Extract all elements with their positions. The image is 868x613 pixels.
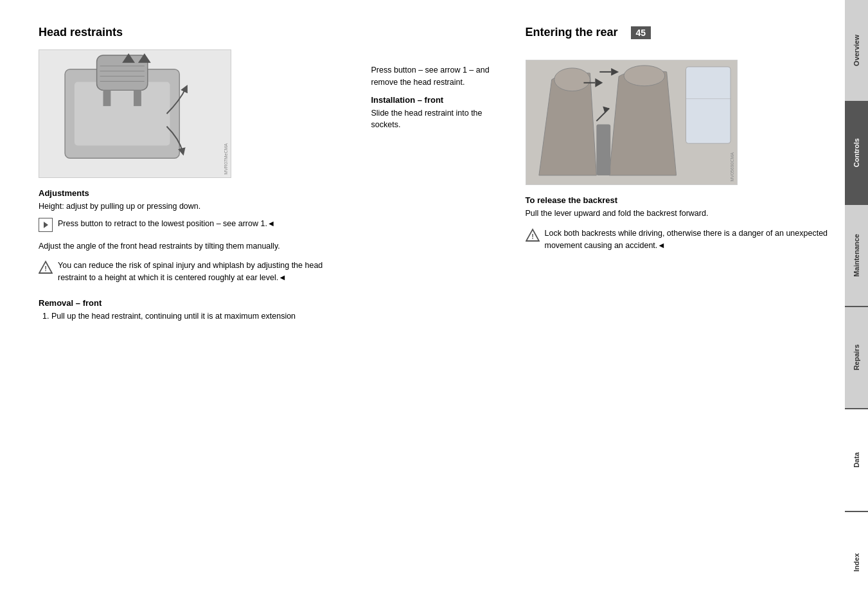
play-note-text: Press button to retract to the lowest po… [58,218,275,230]
svg-rect-4 [134,90,141,106]
svg-text:!: ! [531,233,534,240]
svg-rect-1 [75,82,170,146]
sidebar-label-data: Data [853,452,860,468]
right-title: Entering the rear [526,26,618,39]
svg-point-15 [554,68,590,91]
sidebar-label-maintenance: Maintenance [853,234,860,277]
adjustments-heading: Adjustments [39,188,346,198]
installation-heading: Installation – front [371,95,500,105]
right-watermark: MV05690CMA [730,152,734,182]
sidebar-label-repairs: Repairs [853,344,860,370]
sidebar-item-controls[interactable]: Controls [845,102,868,203]
sidebar-item-index[interactable]: Index [845,512,868,613]
left-title: Head restraints [39,26,346,39]
sidebar: Overview Controls Maintenance Repairs Da… [845,0,868,613]
press-button-label: Press button – see arrow 1 – and remove … [371,66,490,87]
left-section: Head restraints [39,26,346,600]
release-text: Pull the lever upward and fold the backr… [526,208,833,220]
installation-text: Slide the head restraint into the socket… [371,107,500,132]
warning-box-left: ! You can reduce the risk of spinal inju… [39,257,346,292]
page-number: 45 [631,26,651,39]
sidebar-item-repairs[interactable]: Repairs [845,307,868,408]
release-heading: To release the backrest [526,195,833,205]
svg-rect-3 [103,90,111,106]
sidebar-item-overview[interactable]: Overview [845,0,868,101]
sidebar-label-controls: Controls [853,138,860,167]
right-header: Entering the rear 45 [526,26,833,49]
left-illustration: MVR07MeCMA [39,49,231,178]
sidebar-item-data[interactable]: Data [845,409,868,510]
warning-icon-left: ! [39,260,53,274]
left-watermark: MVR07MeCMA [224,143,228,175]
warning-icon-right: ! [526,228,540,242]
press-button-text: Press button – see arrow 1 – and remove … [371,64,500,89]
play-note-box: Press button to retract to the lowest po… [39,218,346,235]
step2-section: Press button – see arrow 1 – and remove … [371,26,500,600]
adjustments-text2: Adjust the angle of the front head restr… [39,240,346,253]
sidebar-label-overview: Overview [853,35,860,66]
sidebar-item-maintenance[interactable]: Maintenance [845,205,868,306]
svg-point-16 [624,66,665,86]
sidebar-label-index: Index [853,553,860,572]
svg-rect-14 [596,124,610,175]
removal-heading: Removal – front [39,298,346,308]
warning-box-right: ! Lock both backrests while driving, oth… [526,225,833,260]
warning-text-left: You can reduce the risk of spinal injury… [58,260,346,284]
play-icon [39,218,53,232]
right-section: Entering the rear 45 [526,26,833,600]
removal-item1: Pull up the head restraint, continuing u… [51,310,346,323]
removal-list: Pull up the head restraint, continuing u… [39,310,346,323]
adjustments-text: Height: adjust by pulling up or pressing… [39,200,346,213]
warning-text-right: Lock both backrests while driving, other… [545,227,833,252]
right-illustration: MV05690CMA [526,60,738,185]
svg-rect-23 [686,67,731,143]
svg-text:!: ! [44,265,47,272]
